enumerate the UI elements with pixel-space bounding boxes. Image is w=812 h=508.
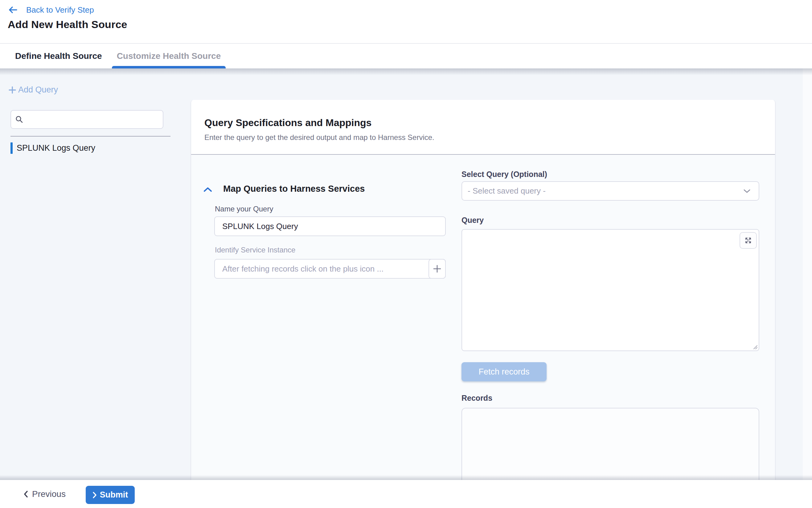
- select-query-label: Select Query (Optional): [462, 170, 547, 179]
- tab-customize-health-source[interactable]: Customize Health Source: [112, 44, 226, 69]
- fullscreen-icon: [744, 237, 752, 245]
- selected-indicator-bar: [10, 142, 13, 154]
- records-panel: [462, 408, 759, 480]
- back-link-label: Back to Verify Step: [26, 5, 94, 15]
- chevron-left-icon: [24, 491, 28, 498]
- scrollbar-gutter[interactable]: [803, 69, 812, 480]
- tab-define-health-source[interactable]: Define Health Source: [10, 44, 107, 69]
- sidebar-divider: [10, 136, 170, 136]
- query-textarea[interactable]: [462, 229, 759, 351]
- map-queries-section-toggle[interactable]: Map Queries to Harness Services: [204, 184, 365, 194]
- saved-query-select[interactable]: - Select saved query -: [462, 181, 759, 201]
- card-subtitle: Enter the query to get the desired outpu…: [204, 133, 434, 142]
- identify-service-instance-label: Identify Service Instance: [215, 246, 295, 254]
- back-to-verify-step-link[interactable]: Back to Verify Step: [8, 5, 94, 15]
- submit-label: Submit: [100, 490, 128, 500]
- page-title: Add New Health Source: [8, 18, 127, 31]
- submit-button[interactable]: Submit: [86, 486, 135, 504]
- page-header: Back to Verify Step Add New Health Sourc…: [0, 0, 812, 43]
- service-instance-field: [214, 259, 446, 279]
- resize-handle-icon[interactable]: [753, 345, 758, 349]
- add-query-button[interactable]: Add Query: [8, 85, 58, 95]
- card-title: Query Specifications and Mappings: [204, 117, 372, 129]
- plus-icon: [8, 86, 16, 94]
- service-instance-input[interactable]: [214, 259, 446, 279]
- query-specifications-card: Query Specifications and Mappings Enter …: [190, 100, 776, 480]
- add-query-label: Add Query: [18, 85, 58, 95]
- footer-action-bar: Previous Submit: [0, 480, 812, 508]
- previous-button[interactable]: Previous: [24, 487, 66, 502]
- query-editor: [462, 229, 759, 351]
- expand-query-button[interactable]: [739, 232, 757, 249]
- plus-icon: [432, 264, 442, 273]
- map-queries-section-title: Map Queries to Harness Services: [223, 184, 365, 194]
- query-search: [10, 110, 163, 129]
- query-name-input[interactable]: [214, 216, 446, 236]
- back-arrow-icon: [8, 6, 17, 13]
- search-icon: [15, 115, 24, 124]
- query-label: Query: [462, 216, 484, 225]
- card-header: Query Specifications and Mappings Enter …: [191, 100, 775, 155]
- query-search-input[interactable]: [10, 110, 163, 129]
- saved-query-select-value: - Select saved query -: [468, 186, 546, 196]
- chevron-up-icon: [204, 187, 212, 193]
- service-instance-plus-button[interactable]: [428, 259, 446, 279]
- query-list-item-splunk-logs-query[interactable]: SPLUNK Logs Query: [10, 142, 171, 154]
- records-label: Records: [462, 394, 492, 403]
- previous-label: Previous: [32, 489, 66, 499]
- content-area: Add Query SPLUNK Logs Query Query Specif…: [0, 69, 812, 480]
- query-item-label: SPLUNK Logs Query: [17, 143, 95, 153]
- chevron-down-icon: [743, 189, 751, 193]
- wizard-tabs: Define Health Source Customize Health So…: [0, 43, 812, 69]
- name-your-query-label: Name your Query: [215, 205, 273, 213]
- fetch-records-button[interactable]: Fetch records: [462, 362, 547, 381]
- chevron-right-icon: [92, 492, 97, 499]
